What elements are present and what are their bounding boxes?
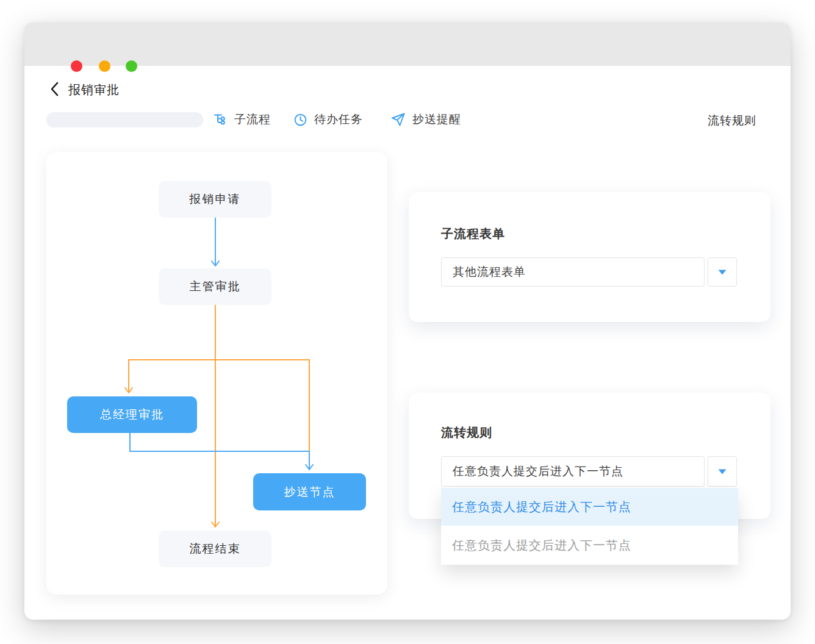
flowchart-canvas: 报销申请 主管审批 总经理审批 抄送节点 流程结束 [46, 152, 387, 595]
subflow-icon [213, 113, 228, 127]
flow-node-supervisor-approval[interactable]: 主管审批 [159, 268, 271, 305]
toolbar-item-subflow[interactable]: 子流程 [213, 111, 271, 128]
flow-node-gm-approval[interactable]: 总经理审批 [67, 396, 197, 433]
flow-rule-title: 流转规则 [441, 424, 492, 441]
back-button[interactable] [49, 81, 61, 97]
flow-node-cc[interactable]: 抄送节点 [253, 473, 366, 510]
flow-node-start[interactable]: 报销申请 [159, 181, 271, 218]
flow-node-end[interactable]: 流程结束 [159, 531, 271, 567]
subflow-form-select[interactable]: 其他流程表单 [441, 257, 705, 287]
flow-rules-link[interactable]: 流转规则 [708, 113, 756, 129]
app-screen: 报销审批 子流程 待办任务 [0, 0, 815, 644]
dropdown-option-selected[interactable]: 任意负责人提交后进入下一节点 [441, 488, 738, 526]
flow-rule-select-button[interactable] [708, 456, 737, 487]
close-window-icon[interactable] [71, 60, 82, 72]
chevron-down-icon [717, 268, 727, 276]
toolbar-label-todo-tasks: 待办任务 [314, 112, 363, 127]
chevron-down-icon [717, 467, 727, 476]
clock-icon [293, 113, 307, 127]
toolbar-label-cc-reminder: 抄送提醒 [412, 112, 461, 127]
zoom-window-icon[interactable] [126, 60, 137, 72]
search-pill[interactable] [46, 112, 203, 127]
flowchart-edges [46, 152, 387, 595]
chevron-left-icon [49, 81, 61, 97]
subflow-form-panel: 子流程表单 其他流程表单 [409, 192, 770, 322]
toolbar-item-cc-reminder[interactable]: 抄送提醒 [390, 111, 461, 128]
send-icon [390, 112, 406, 127]
flow-rule-dropdown: 任意负责人提交后进入下一节点 任意负责人提交后进入下一节点 [441, 488, 738, 565]
toolbar-label-subflow: 子流程 [234, 112, 271, 127]
dropdown-option[interactable]: 任意负责人提交后进入下一节点 [441, 526, 738, 565]
subflow-form-title: 子流程表单 [441, 226, 505, 242]
minimize-window-icon[interactable] [99, 60, 110, 72]
page-title: 报销审批 [68, 82, 120, 98]
flow-rule-select[interactable]: 任意负责人提交后进入下一节点 [441, 456, 705, 487]
subflow-form-select-button[interactable] [708, 257, 737, 287]
window-titlebar [24, 23, 791, 66]
toolbar-item-todo-tasks[interactable]: 待办任务 [293, 111, 363, 128]
